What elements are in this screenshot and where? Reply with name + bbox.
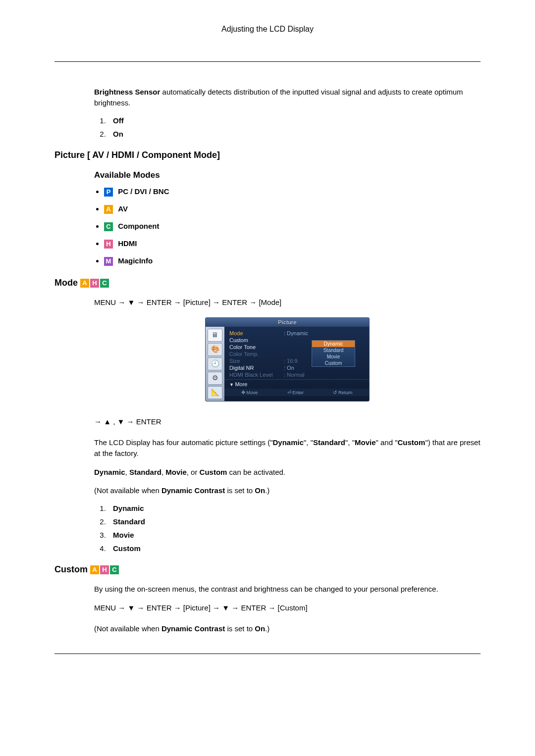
mode-av: AV: [118, 204, 128, 213]
osd-foot-label: Return: [338, 390, 353, 395]
text: (Not available when: [94, 624, 161, 633]
mode-nav-path-2: → ▲ , ▼ → ENTER: [94, 416, 481, 427]
nav-tag-picture: [Picture]: [183, 603, 211, 613]
divider: [54, 654, 481, 654]
osd-foot-enter: ⏎ Enter: [287, 390, 304, 395]
text: ", ": [345, 438, 355, 447]
badge-h-icon: H: [104, 240, 113, 249]
osd-row: Mode: Dynamic: [229, 330, 365, 337]
text: .): [265, 486, 269, 495]
text-bold: Movie: [355, 438, 376, 447]
custom-description: By using the on-screen menus, the contra…: [94, 584, 481, 595]
text-bold: On: [255, 624, 265, 633]
page-header: Adjusting the LCD Display: [54, 25, 481, 37]
osd-tab-icon: 🖥: [208, 329, 222, 342]
badge-h-icon: H: [90, 279, 99, 288]
osd-value: : Normal: [284, 372, 365, 378]
badge-c-icon: C: [104, 222, 113, 231]
text-bold: Dynamic: [94, 468, 125, 476]
option-movie: Movie: [113, 531, 134, 539]
osd-popup: Dynamic Standard Movie Custom: [312, 340, 355, 367]
osd-popup-item: Custom: [312, 360, 355, 366]
list-item: Dynamic: [108, 504, 481, 512]
osd-label: Digital NR: [229, 365, 284, 371]
osd-foot-label: Enter: [292, 390, 304, 395]
text: The LCD Display has four automatic pictu…: [94, 438, 272, 447]
available-modes-list: P PC / DVI / BNC A AV C Component H HDMI…: [94, 187, 481, 266]
mode-component: Component: [118, 222, 159, 230]
osd-value: : Dynamic: [284, 330, 365, 336]
text: , or: [187, 468, 200, 476]
text: is set to: [225, 624, 255, 633]
osd-footer: ✥ Move ⏎ Enter ↺ Return: [224, 389, 369, 396]
text-bold: Dynamic Contrast: [161, 486, 225, 495]
osd-label: Mode: [229, 330, 284, 336]
list-item: M MagicInfo: [104, 256, 481, 266]
osd-tab-icon: 📐: [208, 386, 222, 399]
list-item: Custom: [108, 544, 481, 553]
nav-tag-custom: [Custom]: [278, 603, 308, 613]
badge-a-icon: A: [80, 279, 89, 288]
text-bold: Custom: [398, 438, 426, 447]
text-bold: On: [255, 486, 265, 495]
mode-pc-dvi-bnc: PC / DVI / BNC: [118, 187, 169, 196]
text-bold: Standard: [313, 438, 345, 447]
divider: [54, 61, 481, 62]
osd-foot-return: ↺ Return: [333, 390, 352, 395]
option-on: On: [113, 130, 123, 138]
badge-c-icon: C: [110, 565, 119, 574]
badge-p-icon: P: [104, 188, 113, 197]
picture-heading: Picture [ AV / HDMI / Component Mode]: [54, 150, 481, 160]
badge-h-icon: H: [100, 565, 109, 574]
badge-a-icon: A: [104, 205, 113, 214]
nav-text: MENU → ▼ → ENTER →: [94, 604, 183, 612]
mode-note: (Not available when Dynamic Contrast is …: [94, 485, 481, 496]
list-item: C Component: [104, 222, 481, 231]
text-bold: Custom: [200, 468, 227, 476]
nav-text: → ▼ → ENTER →: [211, 604, 278, 612]
available-modes-heading: Available Modes: [94, 170, 481, 180]
nav-text: → ENTER →: [211, 298, 259, 306]
brightness-sensor-paragraph: Brightness Sensor automatically detects …: [94, 87, 481, 108]
mode-heading: Mode AHC: [54, 278, 481, 288]
list-item: A AV: [104, 204, 481, 214]
list-item: P PC / DVI / BNC: [104, 187, 481, 197]
option-off: Off: [113, 116, 124, 125]
osd-tab-icon: 🕘: [208, 357, 222, 370]
nav-text: MENU → ▼ → ENTER →: [94, 298, 183, 306]
text: ,: [161, 468, 165, 476]
text: is set to: [225, 486, 255, 495]
nav-tag-picture: [Picture]: [183, 297, 211, 308]
badge-c-icon: C: [100, 279, 109, 288]
osd-more: More: [224, 379, 369, 389]
osd-icon-column: 🖥 🎨 🕘 ⚙ 📐: [206, 327, 224, 401]
text: ,: [125, 468, 129, 476]
option-custom: Custom: [113, 544, 141, 553]
list-item: On: [108, 130, 481, 138]
text-bold: Standard: [129, 468, 161, 476]
text-bold: Dynamic Contrast: [161, 624, 225, 633]
text: ", ": [304, 438, 313, 447]
osd-label: HDMI Black Level: [229, 372, 284, 378]
text-bold: Dynamic: [272, 438, 304, 447]
osd-popup-item: Dynamic: [312, 341, 355, 347]
text: can be activated.: [227, 468, 285, 476]
osd-label: Color Tone: [229, 344, 284, 350]
list-item: H HDMI: [104, 239, 481, 249]
osd-popup-item: Standard: [312, 347, 355, 353]
osd-screenshot: Picture 🖥 🎨 🕘 ⚙ 📐 Mode: Dynamic Custom C…: [205, 317, 370, 402]
osd-label: Custom: [229, 337, 284, 343]
mode-magicinfo: MagicInfo: [118, 256, 153, 265]
mode-description-1: The LCD Display has four automatic pictu…: [94, 437, 481, 459]
osd-tab-icon: 🎨: [208, 343, 222, 356]
list-item: Off: [108, 116, 481, 125]
list-item: Standard: [108, 517, 481, 526]
osd-row: HDMI Black Level: Normal: [229, 371, 365, 378]
custom-heading: Custom AHC: [54, 564, 481, 575]
option-standard: Standard: [113, 517, 145, 526]
osd-foot-label: Move: [246, 390, 258, 395]
osd-title: Picture: [206, 318, 369, 327]
mode-nav-path-1: MENU → ▼ → ENTER → [Picture] → ENTER → […: [94, 297, 481, 308]
osd-popup-item: Movie: [312, 353, 355, 360]
list-item: Movie: [108, 531, 481, 539]
